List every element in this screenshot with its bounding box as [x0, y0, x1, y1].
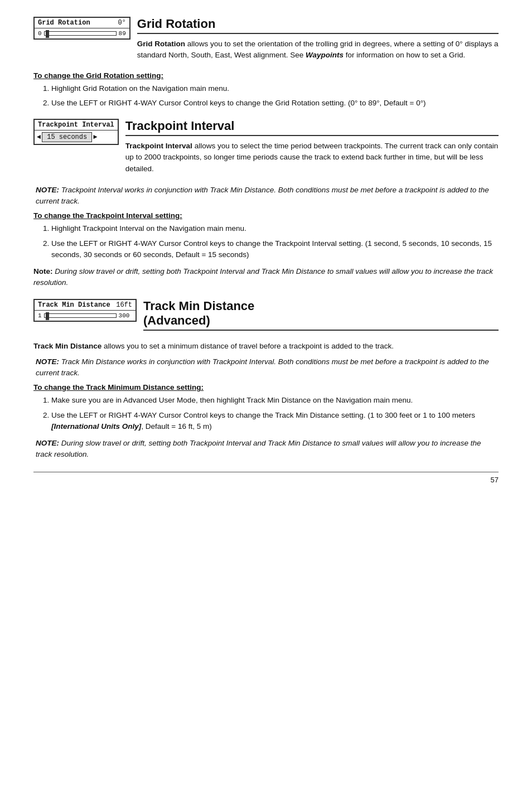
trackpoint-interval-value: 15 seconds [42, 132, 92, 142]
track-min-distance-steps: Make sure you are in Advanced User Mode,… [51, 395, 499, 432]
trackpoint-interval-widget-title: Trackpoint Interval [38, 121, 114, 129]
track-min-distance-widget-title-row: Track Min Distance 16ft [35, 300, 136, 311]
grid-rotation-intro-bold: Grid Rotation [137, 40, 185, 48]
track-min-distance-slider-thumb [46, 312, 49, 320]
trackpoint-interval-steps: Highlight Trackpoint Interval on the Nav… [51, 223, 499, 260]
track-min-distance-note1-rest: Track Min Distance works in conjunction … [36, 357, 489, 377]
grid-rotation-section: Grid Rotation 0° 0 89 Grid Rotation Grid… [33, 17, 499, 109]
page-number: 57 [33, 476, 499, 484]
trackpoint-interval-sub-heading: To change the Trackpoint Interval settin… [33, 211, 499, 220]
grid-rotation-heading-col: Grid Rotation Grid Rotation allows you t… [137, 17, 499, 66]
track-min-distance-widget-title: Track Min Distance [38, 301, 110, 309]
track-min-distance-intl-units: [International Units Only] [51, 422, 141, 431]
grid-rotation-intro-rest2: for information on how to set a Grid. [344, 51, 465, 59]
grid-rotation-slider-thumb [46, 30, 49, 38]
grid-rotation-slider-left: 0 [38, 30, 42, 37]
grid-rotation-widget-title-row: Grid Rotation 0° [35, 18, 129, 28]
track-min-distance-header: Track Min Distance 16ft 1 300 Track Min … [33, 299, 499, 335]
trackpoint-interval-note2-label: Note: [33, 267, 53, 275]
track-min-distance-note1-label: NOTE: [36, 357, 59, 366]
trackpoint-interval-note1: NOTE: Trackpoint Interval works in conju… [33, 185, 499, 207]
grid-rotation-step-2: Use the LEFT or RIGHT 4‑WAY Cursor Contr… [51, 98, 499, 109]
track-min-distance-sub-heading: To change the Track Minimum Distance set… [33, 383, 499, 391]
grid-rotation-heading: Grid Rotation [137, 17, 499, 34]
trackpoint-interval-step-2: Use the LEFT or RIGHT 4‑WAY Cursor Contr… [51, 238, 499, 261]
trackpoint-interval-widget-title-row: Trackpoint Interval [35, 120, 118, 130]
track-min-distance-slider-track[interactable] [44, 313, 117, 318]
grid-rotation-slider-right: 89 [119, 30, 126, 37]
grid-rotation-widget-title: Grid Rotation [38, 19, 90, 27]
track-min-distance-slider-right: 300 [119, 312, 130, 319]
grid-rotation-intro: Grid Rotation allows you to set the orie… [137, 38, 499, 61]
track-min-distance-slider-row: 1 300 [35, 311, 136, 321]
trackpoint-interval-heading-col: Trackpoint Interval Trackpoint Interval … [125, 119, 499, 179]
grid-rotation-slider-track[interactable] [44, 31, 117, 36]
grid-rotation-widget: Grid Rotation 0° 0 89 [33, 17, 130, 40]
track-min-distance-intro-bold: Track Min Distance [33, 342, 101, 350]
track-min-distance-intro-rest: allows you to set a minimum distance of … [101, 342, 394, 350]
track-min-distance-section: Track Min Distance 16ft 1 300 Track Min … [33, 299, 499, 461]
trackpoint-interval-controls: ◄ 15 seconds ► [35, 130, 118, 144]
track-min-distance-intro: Track Min Distance allows you to set a m… [33, 341, 499, 352]
trackpoint-interval-right-arrow[interactable]: ► [93, 133, 97, 141]
track-min-distance-widget: Track Min Distance 16ft 1 300 [33, 299, 137, 322]
track-min-distance-heading-col: Track Min Distance (Advanced) [143, 299, 499, 335]
track-min-distance-step-2: Use the LEFT or RIGHT 4‑WAY Cursor Contr… [51, 410, 499, 433]
trackpoint-interval-note1-label: NOTE: [36, 186, 59, 194]
trackpoint-interval-intro: Trackpoint Interval allows you to select… [125, 141, 499, 175]
grid-rotation-slider-row: 0 89 [35, 28, 129, 38]
trackpoint-interval-note1-rest: Trackpoint Interval works in conjunction… [36, 186, 489, 205]
track-min-distance-note2: NOTE: During slow travel or drift, setti… [33, 438, 499, 461]
trackpoint-interval-header: Trackpoint Interval ◄ 15 seconds ► Track… [33, 119, 499, 179]
trackpoint-interval-section: Trackpoint Interval ◄ 15 seconds ► Track… [33, 119, 499, 289]
trackpoint-interval-widget: Trackpoint Interval ◄ 15 seconds ► [33, 119, 119, 145]
grid-rotation-sub-heading: To change the Grid Rotation setting: [33, 71, 499, 80]
track-min-distance-heading-line1: Track Min Distance [143, 299, 254, 313]
track-min-distance-heading-line2: (Advanced) [143, 313, 210, 327]
track-min-distance-widget-value: 16ft [116, 301, 132, 309]
trackpoint-interval-note2-rest: During slow travel or drift, setting bot… [33, 267, 493, 287]
track-min-distance-note1: NOTE: Track Min Distance works in conjun… [33, 356, 499, 379]
grid-rotation-step-1: Highlight Grid Rotation on the Navigatio… [51, 83, 499, 94]
trackpoint-interval-intro-bold: Trackpoint Interval [125, 142, 192, 150]
track-min-distance-step-1: Make sure you are in Advanced User Mode,… [51, 395, 499, 406]
trackpoint-interval-note2: Note: During slow travel or drift, setti… [33, 266, 499, 289]
grid-rotation-waypoints-link: Waypoints [306, 51, 344, 59]
track-min-distance-heading: Track Min Distance (Advanced) [143, 299, 499, 331]
grid-rotation-widget-value: 0° [118, 19, 125, 27]
bottom-divider [33, 472, 499, 472]
track-min-distance-note2-label: NOTE: [36, 439, 59, 447]
track-min-distance-note2-rest: During slow travel or drift, setting bot… [36, 439, 481, 458]
grid-rotation-header: Grid Rotation 0° 0 89 Grid Rotation Grid… [33, 17, 499, 66]
trackpoint-interval-step-1: Highlight Trackpoint Interval on the Nav… [51, 223, 499, 234]
track-min-distance-slider-left: 1 [38, 312, 42, 319]
grid-rotation-steps: Highlight Grid Rotation on the Navigatio… [51, 83, 499, 109]
trackpoint-interval-left-arrow[interactable]: ◄ [37, 133, 41, 141]
trackpoint-interval-heading: Trackpoint Interval [125, 119, 499, 136]
